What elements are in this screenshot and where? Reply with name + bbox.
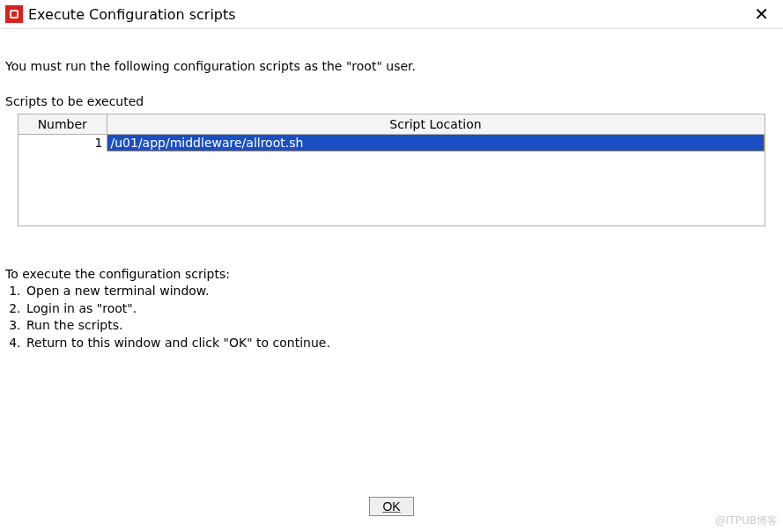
dialog-content: You must run the following configuration… — [0, 29, 783, 351]
titlebar-left: Execute Configuration scripts — [5, 5, 236, 23]
scripts-table-container: Number Script Location 1 /u01/app/middle… — [18, 114, 765, 226]
scripts-table: Number Script Location 1 /u01/app/middle… — [18, 115, 765, 151]
instructions-title: To execute the configuration scripts: — [5, 267, 778, 281]
dialog-footer: OK — [0, 497, 783, 516]
cell-number: 1 — [18, 135, 107, 151]
root-user-message: You must run the following configuration… — [5, 59, 778, 73]
instructions-list: Open a new terminal window. Login in as … — [5, 283, 778, 351]
watermark: @ITPUB博客 — [715, 514, 778, 528]
col-header-number: Number — [18, 115, 107, 135]
table-row[interactable]: 1 /u01/app/middleware/allroot.sh — [18, 135, 765, 151]
ok-button[interactable]: OK — [369, 497, 413, 516]
instructions: To execute the configuration scripts: Op… — [5, 267, 778, 351]
col-header-location: Script Location — [107, 115, 765, 135]
list-item: Open a new terminal window. — [25, 283, 778, 300]
list-item: Login in as "root". — [25, 300, 778, 318]
oracle-icon — [5, 5, 23, 23]
scripts-label: Scripts to be executed — [5, 94, 778, 108]
list-item: Run the scripts. — [25, 317, 778, 335]
list-item: Return to this window and click "OK" to … — [25, 335, 778, 352]
close-icon[interactable]: ✕ — [750, 5, 772, 23]
window-title: Execute Configuration scripts — [28, 6, 236, 23]
titlebar: Execute Configuration scripts ✕ — [0, 0, 783, 29]
cell-location: /u01/app/middleware/allroot.sh — [107, 135, 765, 151]
